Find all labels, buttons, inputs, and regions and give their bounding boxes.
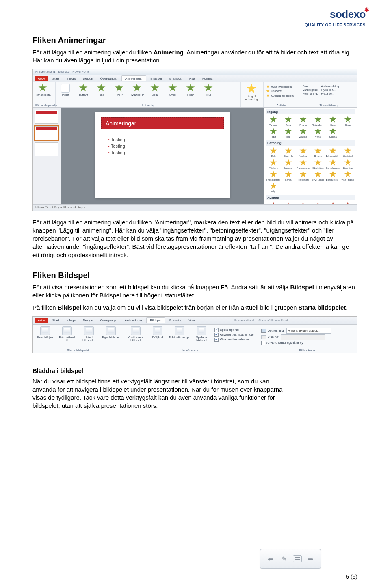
tab-design[interactable]: Design — [80, 318, 96, 323]
custom-slideshow-button[interactable]: Eget bildspel — [102, 326, 120, 342]
check-media-controls[interactable]: Visa mediekontroller — [214, 338, 254, 342]
from-beginning-button[interactable]: Från början — [36, 326, 54, 342]
gallery-item[interactable]: Flyg in — [296, 116, 310, 126]
gallery-item[interactable]: Tona — [282, 116, 295, 126]
tab-infoga[interactable]: Infoga — [63, 318, 79, 323]
record-button[interactable]: Spela in bildspel — [193, 326, 210, 342]
anim-dela[interactable]: Dela — [147, 84, 162, 96]
next-slide-button[interactable]: ➡ — [306, 554, 315, 564]
anim-flytande[interactable]: Flytande, in — [130, 84, 144, 96]
star-icon — [285, 159, 292, 166]
thumbnail-3[interactable] — [35, 142, 58, 156]
anim-hjul[interactable]: Hjul — [201, 84, 216, 96]
gallery-item[interactable]: Stryk under — [311, 171, 325, 181]
check-play-narration[interactable]: Spela upp tal — [214, 328, 254, 332]
star-icon — [344, 159, 351, 166]
check-presenter-view[interactable]: Använd föredragshållarvy — [261, 341, 354, 345]
gallery-item[interactable]: Rotera — [311, 147, 325, 157]
tab-infoga[interactable]: Infoga — [63, 76, 79, 81]
slide[interactable]: Animeringar Testing Testing Testing — [95, 112, 230, 198]
ribbon: Förhandsgranska Förhandsgranska Ingen Ta… — [33, 82, 357, 108]
category-ingang: Ingång — [266, 109, 355, 114]
tab-visa[interactable]: Visa — [185, 318, 198, 323]
tab-bildspel[interactable]: Bildspel — [147, 76, 165, 81]
anim-none[interactable]: Ingen — [58, 84, 73, 96]
gallery-item[interactable]: Puls — [266, 147, 280, 157]
gallery-item[interactable]: Teckenfärg — [297, 171, 310, 181]
gallery-item[interactable]: Transparens — [297, 159, 310, 169]
menu-button[interactable] — [293, 555, 302, 562]
gallery-item[interactable]: Förstora/för... — [326, 147, 340, 157]
gallery-item[interactable]: Färga — [282, 171, 295, 181]
gallery-item-label: Teckenfärg — [297, 179, 309, 181]
setup-button[interactable]: Konfigurera bildspel — [127, 326, 145, 342]
gallery-item[interactable]: Mörkare — [266, 159, 280, 169]
anim-ta-fram[interactable]: Ta fram — [76, 84, 91, 96]
paragraph-intro-1: För att lägga till en animering väljer d… — [32, 48, 358, 65]
tab-overgangar[interactable]: Övergångar — [97, 318, 121, 323]
tab-start[interactable]: Start — [49, 318, 63, 323]
bullet: Testing — [108, 136, 217, 143]
preview-button[interactable]: Förhandsgranska — [35, 84, 50, 96]
tab-animeringar[interactable]: Animeringar — [121, 75, 146, 81]
gallery-item[interactable]: Vackla — [297, 147, 310, 157]
anim-flyg-in[interactable]: Flyg in — [112, 84, 126, 96]
broadcast-button[interactable]: Sänd bildspelet — [80, 326, 98, 342]
tab-arkiv[interactable]: Arkiv — [35, 76, 48, 81]
gallery-item[interactable]: Våg — [266, 183, 280, 193]
tab-overgangar[interactable]: Övergångar — [97, 76, 121, 81]
gallery-item[interactable]: Figur — [266, 128, 280, 138]
gallery-item[interactable]: Vänd — [311, 128, 325, 138]
thumbnail-1[interactable] — [35, 110, 58, 124]
from-current-button[interactable]: Från aktuell bild — [58, 326, 76, 342]
gallery-item-label: Hjul — [286, 136, 290, 138]
anim-tona[interactable]: Tona — [94, 84, 108, 96]
check-use-timings[interactable]: Använd tidsinställningar — [214, 333, 254, 337]
copy-animation-button[interactable]: Kopiera animering — [266, 94, 297, 97]
gallery-item[interactable]: Omättad — [341, 147, 355, 157]
star-icon — [344, 171, 351, 178]
gallery-item[interactable]: Linjefärg — [341, 159, 355, 169]
tab-visa[interactable]: Visa — [185, 76, 198, 81]
rehearse-button[interactable]: Tidsinställningar — [171, 326, 188, 342]
tab-animeringar[interactable]: Animeringar — [121, 318, 145, 323]
star-icon: ✱ — [364, 6, 369, 13]
tab-design[interactable]: Design — [80, 76, 96, 81]
gallery-item[interactable]: Färgpuls — [282, 147, 295, 157]
gallery-item[interactable]: Ta fram — [266, 116, 280, 126]
prev-slide-button[interactable]: ⬅ — [266, 554, 275, 564]
gallery-item-label: Förstora/för... — [326, 155, 340, 157]
gallery-item[interactable]: Dela — [326, 116, 340, 126]
gallery-item[interactable]: Hjul — [282, 128, 295, 138]
slide-body[interactable]: Testing Testing Testing — [103, 133, 222, 159]
gallery-item[interactable]: Komplemen... — [326, 159, 340, 169]
anim-svep[interactable]: Svep — [165, 84, 180, 96]
hide-slide-button[interactable]: Dölj bild — [149, 326, 167, 342]
thumbnail-2[interactable] — [35, 126, 58, 140]
gallery-item[interactable]: Zooma — [296, 128, 310, 138]
pen-button[interactable]: ✎ — [279, 554, 289, 564]
group-konfigurera: Konfigurera bildspel Dölj bild Tidsinstä… — [124, 325, 258, 353]
tab-bildspel[interactable]: Bildspel — [146, 317, 165, 323]
anim-figur[interactable]: Figur — [183, 84, 198, 96]
trigger-button[interactable]: Utlösare — [266, 89, 297, 93]
notes-placeholder[interactable]: Klicka för att lägga till anteckningar — [33, 204, 357, 211]
animation-pane-button[interactable]: Rutan Animering — [266, 85, 297, 88]
gallery-item[interactable]: Svep — [341, 116, 355, 126]
tab-format[interactable]: Format — [199, 76, 216, 81]
tab-granska[interactable]: Granska — [166, 318, 184, 323]
gallery-item[interactable]: Objektfärg — [311, 159, 325, 169]
gallery-item[interactable]: Fyllningsfärg — [266, 171, 280, 181]
gallery-item[interactable]: Ljusare — [282, 159, 295, 169]
tab-granska[interactable]: Granska — [166, 76, 184, 81]
gallery-item[interactable]: Blinka med ... — [326, 171, 340, 181]
gallery-item[interactable]: Visa i fet stil — [341, 171, 355, 181]
add-animation-button[interactable]: Lägg till animering — [243, 84, 260, 101]
gallery-item[interactable]: Flytande, in — [311, 116, 325, 126]
slide-title[interactable]: Animeringar — [101, 117, 224, 129]
resolution-select[interactable]: Använd aktuell upplös... — [286, 328, 331, 334]
ribbon-group-add: Lägg till animering — [241, 82, 264, 107]
tab-arkiv[interactable]: Arkiv — [35, 318, 48, 323]
gallery-item[interactable]: Studsa — [326, 128, 340, 138]
tab-start[interactable]: Start — [49, 76, 63, 81]
